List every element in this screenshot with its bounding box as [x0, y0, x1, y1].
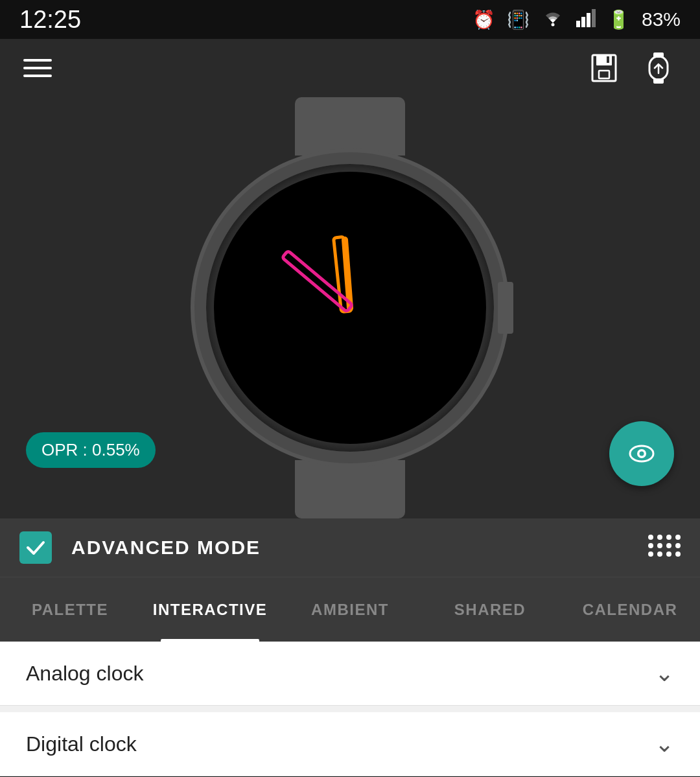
menu-line-3 [23, 75, 52, 77]
opr-text: OPR : 0.55% [41, 440, 140, 459]
svg-point-28 [666, 551, 671, 557]
section-divider [0, 706, 700, 712]
svg-rect-7 [599, 71, 609, 78]
analog-clock-section[interactable]: Analog clock ⌄ [0, 642, 700, 706]
svg-point-22 [648, 543, 653, 548]
tab-shared[interactable]: SHARED [420, 577, 560, 642]
tab-interactive[interactable]: INTERACTIVE [140, 577, 280, 642]
svg-point-0 [551, 23, 554, 26]
menu-button[interactable] [23, 59, 52, 77]
tab-palette[interactable]: PALETTE [0, 577, 140, 642]
watch-send-button[interactable] [640, 50, 677, 86]
battery-icon: 🔋 [607, 9, 630, 30]
tab-ambient[interactable]: AMBIENT [280, 577, 420, 642]
watch-crown [498, 282, 513, 334]
svg-point-18 [648, 535, 653, 540]
grid-dots-icon[interactable] [647, 533, 681, 562]
status-bar: 12:25 ⏰ 📳 🔋 83% [0, 0, 700, 39]
toolbar-right [587, 50, 677, 86]
svg-point-19 [657, 535, 662, 540]
tab-bar: PALETTE INTERACTIVE AMBIENT SHARED CALEN… [0, 577, 700, 642]
svg-rect-6 [596, 55, 612, 65]
svg-rect-1 [576, 21, 580, 27]
svg-rect-11 [653, 78, 664, 84]
svg-rect-8 [607, 56, 609, 63]
content-area: Analog clock ⌄ Digital clock ⌄ [0, 642, 700, 776]
vibrate-icon: 📳 [507, 9, 530, 30]
svg-point-20 [666, 535, 671, 540]
svg-rect-3 [587, 13, 590, 27]
svg-point-23 [657, 543, 662, 548]
watch-band-top [295, 97, 405, 156]
preview-eye-button[interactable] [609, 421, 674, 486]
watch-band-bottom [295, 460, 405, 518]
watch-preview-area: OPR : 0.55% [0, 97, 700, 518]
svg-point-27 [657, 551, 662, 557]
watch-face [214, 172, 486, 444]
status-time: 12:25 [19, 6, 81, 34]
svg-rect-10 [653, 52, 664, 58]
battery-percent: 83% [642, 8, 681, 30]
svg-rect-2 [581, 17, 585, 27]
svg-rect-4 [592, 9, 596, 27]
clock-face-svg [214, 172, 486, 444]
advanced-mode-label: ADVANCED MODE [71, 537, 627, 559]
toolbar [0, 39, 700, 97]
signal-icon [576, 8, 596, 32]
advanced-mode-bar: ADVANCED MODE [0, 518, 700, 577]
menu-line-2 [23, 67, 52, 69]
advanced-mode-checkbox[interactable] [19, 531, 52, 564]
svg-point-24 [666, 543, 671, 548]
svg-point-21 [675, 535, 681, 540]
wifi-icon [541, 8, 565, 31]
digital-clock-chevron: ⌄ [655, 730, 674, 758]
alarm-icon: ⏰ [472, 9, 495, 30]
menu-line-1 [23, 59, 52, 62]
status-icons: ⏰ 📳 🔋 83% [472, 8, 681, 32]
save-button[interactable] [587, 51, 621, 85]
digital-clock-section[interactable]: Digital clock ⌄ [0, 712, 700, 776]
tab-calendar[interactable]: CALENDAR [560, 577, 700, 642]
svg-point-26 [648, 551, 653, 557]
analog-clock-chevron: ⌄ [655, 660, 674, 687]
digital-clock-label: Digital clock [26, 732, 137, 756]
svg-point-29 [675, 551, 681, 557]
opr-badge: OPR : 0.55% [26, 432, 156, 468]
tab-active-indicator [161, 639, 259, 642]
watch-body [194, 152, 506, 463]
analog-clock-label: Analog clock [26, 662, 143, 686]
svg-point-17 [640, 452, 644, 456]
svg-point-25 [675, 543, 681, 548]
